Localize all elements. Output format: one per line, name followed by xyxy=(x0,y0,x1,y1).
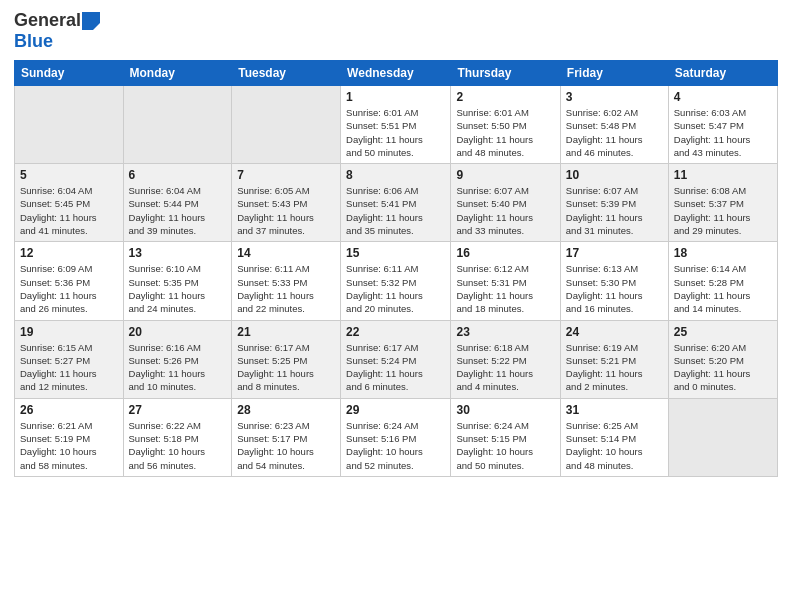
svg-marker-0 xyxy=(82,12,100,30)
day-cell: 31Sunrise: 6:25 AM Sunset: 5:14 PM Dayli… xyxy=(560,398,668,476)
day-info: Sunrise: 6:18 AM Sunset: 5:22 PM Dayligh… xyxy=(456,341,554,394)
day-cell: 20Sunrise: 6:16 AM Sunset: 5:26 PM Dayli… xyxy=(123,320,232,398)
day-info: Sunrise: 6:24 AM Sunset: 5:15 PM Dayligh… xyxy=(456,419,554,472)
days-header-row: SundayMondayTuesdayWednesdayThursdayFrid… xyxy=(15,61,778,86)
day-number: 17 xyxy=(566,246,663,260)
day-info: Sunrise: 6:04 AM Sunset: 5:44 PM Dayligh… xyxy=(129,184,227,237)
day-cell xyxy=(668,398,777,476)
day-info: Sunrise: 6:11 AM Sunset: 5:32 PM Dayligh… xyxy=(346,262,445,315)
day-cell: 7Sunrise: 6:05 AM Sunset: 5:43 PM Daylig… xyxy=(232,164,341,242)
day-info: Sunrise: 6:06 AM Sunset: 5:41 PM Dayligh… xyxy=(346,184,445,237)
calendar-container: General Blue SundayMondayTuesdayWednesda… xyxy=(0,0,792,612)
day-number: 18 xyxy=(674,246,772,260)
day-cell xyxy=(123,86,232,164)
day-cell: 9Sunrise: 6:07 AM Sunset: 5:40 PM Daylig… xyxy=(451,164,560,242)
day-info: Sunrise: 6:19 AM Sunset: 5:21 PM Dayligh… xyxy=(566,341,663,394)
day-header-wednesday: Wednesday xyxy=(341,61,451,86)
day-number: 21 xyxy=(237,325,335,339)
day-number: 20 xyxy=(129,325,227,339)
day-cell: 24Sunrise: 6:19 AM Sunset: 5:21 PM Dayli… xyxy=(560,320,668,398)
day-cell: 19Sunrise: 6:15 AM Sunset: 5:27 PM Dayli… xyxy=(15,320,124,398)
day-cell: 28Sunrise: 6:23 AM Sunset: 5:17 PM Dayli… xyxy=(232,398,341,476)
day-number: 22 xyxy=(346,325,445,339)
day-cell: 22Sunrise: 6:17 AM Sunset: 5:24 PM Dayli… xyxy=(341,320,451,398)
day-number: 29 xyxy=(346,403,445,417)
header: General Blue xyxy=(14,10,778,52)
day-cell: 2Sunrise: 6:01 AM Sunset: 5:50 PM Daylig… xyxy=(451,86,560,164)
day-number: 12 xyxy=(20,246,118,260)
week-row-3: 12Sunrise: 6:09 AM Sunset: 5:36 PM Dayli… xyxy=(15,242,778,320)
day-number: 13 xyxy=(129,246,227,260)
day-cell: 29Sunrise: 6:24 AM Sunset: 5:16 PM Dayli… xyxy=(341,398,451,476)
day-number: 2 xyxy=(456,90,554,104)
logo-icon xyxy=(82,12,100,30)
day-info: Sunrise: 6:20 AM Sunset: 5:20 PM Dayligh… xyxy=(674,341,772,394)
day-info: Sunrise: 6:03 AM Sunset: 5:47 PM Dayligh… xyxy=(674,106,772,159)
week-row-2: 5Sunrise: 6:04 AM Sunset: 5:45 PM Daylig… xyxy=(15,164,778,242)
day-info: Sunrise: 6:24 AM Sunset: 5:16 PM Dayligh… xyxy=(346,419,445,472)
day-info: Sunrise: 6:17 AM Sunset: 5:25 PM Dayligh… xyxy=(237,341,335,394)
day-info: Sunrise: 6:01 AM Sunset: 5:51 PM Dayligh… xyxy=(346,106,445,159)
day-header-tuesday: Tuesday xyxy=(232,61,341,86)
day-cell: 1Sunrise: 6:01 AM Sunset: 5:51 PM Daylig… xyxy=(341,86,451,164)
day-number: 6 xyxy=(129,168,227,182)
day-cell: 10Sunrise: 6:07 AM Sunset: 5:39 PM Dayli… xyxy=(560,164,668,242)
day-info: Sunrise: 6:23 AM Sunset: 5:17 PM Dayligh… xyxy=(237,419,335,472)
day-info: Sunrise: 6:10 AM Sunset: 5:35 PM Dayligh… xyxy=(129,262,227,315)
day-number: 14 xyxy=(237,246,335,260)
day-number: 25 xyxy=(674,325,772,339)
day-info: Sunrise: 6:22 AM Sunset: 5:18 PM Dayligh… xyxy=(129,419,227,472)
day-cell: 15Sunrise: 6:11 AM Sunset: 5:32 PM Dayli… xyxy=(341,242,451,320)
logo-blue-text: Blue xyxy=(14,31,53,51)
day-number: 26 xyxy=(20,403,118,417)
day-number: 24 xyxy=(566,325,663,339)
day-info: Sunrise: 6:02 AM Sunset: 5:48 PM Dayligh… xyxy=(566,106,663,159)
day-number: 30 xyxy=(456,403,554,417)
day-info: Sunrise: 6:21 AM Sunset: 5:19 PM Dayligh… xyxy=(20,419,118,472)
day-header-sunday: Sunday xyxy=(15,61,124,86)
day-number: 27 xyxy=(129,403,227,417)
day-cell: 8Sunrise: 6:06 AM Sunset: 5:41 PM Daylig… xyxy=(341,164,451,242)
day-number: 19 xyxy=(20,325,118,339)
day-cell: 4Sunrise: 6:03 AM Sunset: 5:47 PM Daylig… xyxy=(668,86,777,164)
day-info: Sunrise: 6:25 AM Sunset: 5:14 PM Dayligh… xyxy=(566,419,663,472)
day-cell: 27Sunrise: 6:22 AM Sunset: 5:18 PM Dayli… xyxy=(123,398,232,476)
day-cell: 25Sunrise: 6:20 AM Sunset: 5:20 PM Dayli… xyxy=(668,320,777,398)
day-number: 31 xyxy=(566,403,663,417)
day-cell: 3Sunrise: 6:02 AM Sunset: 5:48 PM Daylig… xyxy=(560,86,668,164)
logo: General Blue xyxy=(14,10,100,52)
day-cell: 30Sunrise: 6:24 AM Sunset: 5:15 PM Dayli… xyxy=(451,398,560,476)
day-header-thursday: Thursday xyxy=(451,61,560,86)
day-info: Sunrise: 6:17 AM Sunset: 5:24 PM Dayligh… xyxy=(346,341,445,394)
day-cell: 26Sunrise: 6:21 AM Sunset: 5:19 PM Dayli… xyxy=(15,398,124,476)
day-cell: 18Sunrise: 6:14 AM Sunset: 5:28 PM Dayli… xyxy=(668,242,777,320)
day-number: 1 xyxy=(346,90,445,104)
day-number: 15 xyxy=(346,246,445,260)
day-header-monday: Monday xyxy=(123,61,232,86)
day-info: Sunrise: 6:16 AM Sunset: 5:26 PM Dayligh… xyxy=(129,341,227,394)
day-info: Sunrise: 6:01 AM Sunset: 5:50 PM Dayligh… xyxy=(456,106,554,159)
logo-general-text: General xyxy=(14,10,81,31)
day-number: 10 xyxy=(566,168,663,182)
day-number: 3 xyxy=(566,90,663,104)
day-info: Sunrise: 6:07 AM Sunset: 5:39 PM Dayligh… xyxy=(566,184,663,237)
day-header-saturday: Saturday xyxy=(668,61,777,86)
day-info: Sunrise: 6:13 AM Sunset: 5:30 PM Dayligh… xyxy=(566,262,663,315)
day-cell: 23Sunrise: 6:18 AM Sunset: 5:22 PM Dayli… xyxy=(451,320,560,398)
calendar-table: SundayMondayTuesdayWednesdayThursdayFrid… xyxy=(14,60,778,477)
day-info: Sunrise: 6:05 AM Sunset: 5:43 PM Dayligh… xyxy=(237,184,335,237)
day-number: 11 xyxy=(674,168,772,182)
day-number: 28 xyxy=(237,403,335,417)
day-info: Sunrise: 6:14 AM Sunset: 5:28 PM Dayligh… xyxy=(674,262,772,315)
week-row-1: 1Sunrise: 6:01 AM Sunset: 5:51 PM Daylig… xyxy=(15,86,778,164)
day-info: Sunrise: 6:12 AM Sunset: 5:31 PM Dayligh… xyxy=(456,262,554,315)
day-number: 16 xyxy=(456,246,554,260)
day-cell: 21Sunrise: 6:17 AM Sunset: 5:25 PM Dayli… xyxy=(232,320,341,398)
day-cell: 14Sunrise: 6:11 AM Sunset: 5:33 PM Dayli… xyxy=(232,242,341,320)
day-info: Sunrise: 6:08 AM Sunset: 5:37 PM Dayligh… xyxy=(674,184,772,237)
day-info: Sunrise: 6:04 AM Sunset: 5:45 PM Dayligh… xyxy=(20,184,118,237)
day-number: 9 xyxy=(456,168,554,182)
day-cell: 6Sunrise: 6:04 AM Sunset: 5:44 PM Daylig… xyxy=(123,164,232,242)
day-info: Sunrise: 6:11 AM Sunset: 5:33 PM Dayligh… xyxy=(237,262,335,315)
day-header-friday: Friday xyxy=(560,61,668,86)
